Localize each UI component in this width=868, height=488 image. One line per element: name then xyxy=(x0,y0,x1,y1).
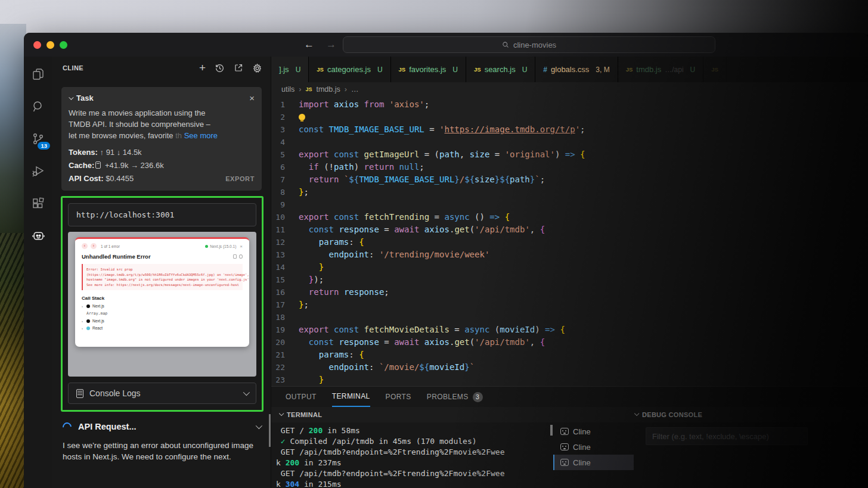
vscode-window: ← → cline-movies 13 xyxy=(24,33,868,488)
code-line-content: export const fetchTrending = async () =>… xyxy=(299,211,510,223)
editor-tab[interactable]: ].jsU xyxy=(271,57,309,82)
cline-robot-icon xyxy=(560,459,569,466)
code-line: 1import axios from 'axios'; xyxy=(271,98,868,111)
code-line-content: }; xyxy=(299,186,309,198)
code-editor[interactable]: 1import axios from 'axios';23const TMDB_… xyxy=(271,97,868,386)
terminal-output[interactable]: GET / 200 in 58ms ✓ Compiled /api/tmdb i… xyxy=(271,422,553,488)
debug-filter-input[interactable] xyxy=(646,427,808,445)
terminal-line: k 304 in 215ms xyxy=(276,479,553,488)
call-stack-entry[interactable]: Array.map xyxy=(82,311,243,316)
line-number: 1 xyxy=(271,98,299,111)
extensions-icon[interactable] xyxy=(29,194,48,213)
tab-output[interactable]: OUTPUT xyxy=(286,387,317,407)
editor-tab[interactable]: JStmdb.js…/apiU xyxy=(618,57,704,82)
search-sidebar-icon[interactable] xyxy=(29,97,48,116)
call-stack-entry[interactable]: ›Next.js xyxy=(82,304,243,308)
minimize-window-button[interactable] xyxy=(46,41,54,49)
nav-back-icon[interactable]: ← xyxy=(304,39,314,51)
line-number: 4 xyxy=(271,136,299,148)
editor-tab[interactable]: #globals.css3, M xyxy=(535,57,618,82)
console-logs-toggle[interactable]: Console Logs xyxy=(68,383,256,404)
code-line-content: } xyxy=(299,261,324,273)
tab-git-badge: U xyxy=(377,66,383,74)
code-line: 16 return response; xyxy=(271,286,868,299)
editor-tab[interactable]: JSfavorites.jsU xyxy=(391,57,466,82)
history-icon[interactable] xyxy=(215,63,225,73)
cline-panel: CLINE + Task × Write me a movies applica… xyxy=(52,57,271,488)
copy-error-icon[interactable] xyxy=(233,254,237,259)
breadcrumb[interactable]: utils› JS tmdb.js› … xyxy=(271,82,868,97)
tab-label: tmdb.js xyxy=(636,65,661,74)
sidepanel-scrollbar[interactable] xyxy=(269,414,271,447)
code-line-content: params: { xyxy=(299,236,364,248)
tab-problems[interactable]: PROBLEMS3 xyxy=(427,387,483,407)
stack-chevron-icon: › xyxy=(82,304,84,308)
js-file-icon: JS xyxy=(317,66,324,73)
editor-tab[interactable]: JS xyxy=(703,57,727,82)
line-number: 18 xyxy=(271,311,299,324)
code-line: 14 } xyxy=(271,261,868,273)
new-task-icon[interactable]: + xyxy=(199,64,206,72)
error-next-icon[interactable]: › xyxy=(91,243,97,249)
code-line-content: export const getImageUrl = (path, size =… xyxy=(299,148,585,161)
command-center-search[interactable]: cline-movies xyxy=(343,36,715,53)
run-debug-icon[interactable] xyxy=(29,161,48,181)
settings-gear-icon[interactable] xyxy=(252,63,262,73)
tab-label: ].js xyxy=(279,65,289,74)
cache-row: Cache: +41.9k → 236.6k xyxy=(69,159,255,172)
stack-label: React xyxy=(92,326,103,330)
tab-git-badge: U xyxy=(522,66,528,74)
error-line: (https://image.tmdb.org/t/p/w500/hh1R6uI… xyxy=(86,272,239,278)
editor-tab[interactable]: JSsearch.jsU xyxy=(466,57,535,82)
lightbulb-icon[interactable] xyxy=(299,114,305,120)
overlay-close-icon[interactable]: × xyxy=(240,244,243,249)
error-prev-icon[interactable]: ‹ xyxy=(82,243,88,249)
code-line-content: } xyxy=(299,374,324,386)
tab-terminal[interactable]: TERMINAL xyxy=(332,387,370,407)
terminal-scrollbar[interactable] xyxy=(550,425,553,436)
terminal-instance[interactable]: Cline xyxy=(553,455,634,470)
code-line: 21 params: { xyxy=(271,349,868,361)
code-line: 13 endpoint: '/trending/movie/week' xyxy=(271,248,868,261)
api-request-row[interactable]: API Request... xyxy=(63,422,261,431)
search-value: cline-movies xyxy=(513,41,556,49)
tab-path-hint: …/api xyxy=(665,66,683,74)
line-number: 20 xyxy=(271,336,299,349)
call-stack-entry[interactable]: ›React xyxy=(82,326,243,330)
explorer-icon[interactable] xyxy=(29,65,48,84)
line-number: 2 xyxy=(271,111,299,123)
open-in-editor-icon[interactable] xyxy=(234,63,243,73)
error-line: hostname "image.tmdb.org" is not configu… xyxy=(86,277,239,282)
nav-forward-icon[interactable]: → xyxy=(326,39,336,51)
see-more-link[interactable]: See more xyxy=(184,131,218,140)
browser-preview[interactable]: ‹ › 1 of 1 error Next.js (15.0.1) × Unha… xyxy=(68,232,256,377)
close-window-button[interactable] xyxy=(33,41,41,49)
tab-git-badge: U xyxy=(452,66,458,74)
traffic-lights xyxy=(33,41,67,49)
task-close-icon[interactable]: × xyxy=(249,93,255,103)
task-collapse-chevron-icon[interactable] xyxy=(69,95,73,100)
terminal-line: ✓ Compiled /api/tmdb in 45ms (170 module… xyxy=(276,436,553,447)
zoom-window-button[interactable] xyxy=(60,41,67,49)
terminal-instance[interactable]: Cline xyxy=(553,424,634,439)
terminal-instance[interactable]: Cline xyxy=(553,439,634,455)
reload-icon[interactable] xyxy=(239,254,243,259)
terminal-section-header[interactable]: TERMINAL xyxy=(271,411,634,418)
tab-ports[interactable]: PORTS xyxy=(386,387,411,407)
bottom-panel: OUTPUT TERMINAL PORTS PROBLEMS3 TERMINAL… xyxy=(271,386,868,488)
code-line-content: if (!path) return null; xyxy=(299,161,424,173)
call-stack-entry[interactable]: ›Next.js xyxy=(82,319,243,323)
debug-console-section-header[interactable]: DEBUG CONSOLE xyxy=(634,411,868,418)
browser-url-bar[interactable]: http://localhost:3001 xyxy=(68,203,256,226)
cline-sidebar-icon[interactable] xyxy=(29,226,48,245)
code-line-content: return response; xyxy=(299,286,389,299)
code-line: 22 endpoint: `/movie/${movieId}` xyxy=(271,361,868,374)
tab-git-badge: 3, M xyxy=(596,66,609,74)
terminal-instance-label: Cline xyxy=(573,458,591,467)
css-file-icon: # xyxy=(543,66,547,74)
line-number: 6 xyxy=(271,161,299,173)
line-number: 9 xyxy=(271,198,299,211)
source-control-icon[interactable]: 13 xyxy=(29,129,48,148)
editor-tab[interactable]: JScategories.jsU xyxy=(309,57,390,82)
export-button[interactable]: EXPORT xyxy=(225,172,255,185)
